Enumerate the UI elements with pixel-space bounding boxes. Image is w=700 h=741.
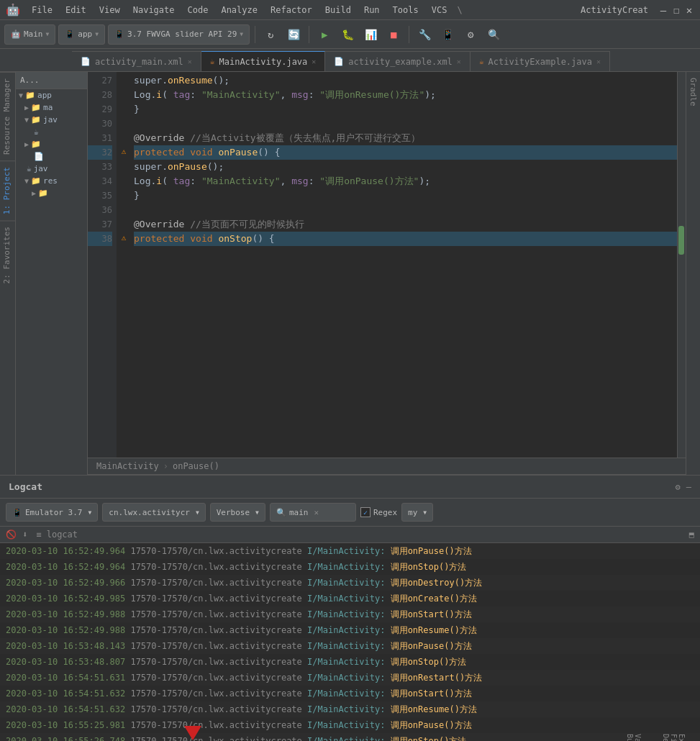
menu-code[interactable]: Code — [182, 4, 214, 17]
resource-manager-tab[interactable]: Resource Manager — [0, 72, 15, 160]
menu-analyze[interactable]: Analyze — [215, 4, 263, 17]
avd-button[interactable]: 📱 — [437, 24, 458, 45]
log-msg: 调用onRestart()方法 — [391, 673, 482, 683]
logcat-capture-icon[interactable]: ⬒ — [689, 529, 694, 540]
tab-label: activity_main.xml — [95, 57, 183, 67]
device-icon: 📱 — [114, 29, 124, 39]
sdk-button[interactable]: 🔧 — [414, 24, 435, 45]
scroll-to-end-icon[interactable]: ⬇ — [22, 529, 27, 540]
window-title: ActivityCreat — [581, 5, 648, 15]
settings-button[interactable]: ⚙ — [460, 24, 481, 45]
app-dropdown-arrow: ▼ — [95, 31, 99, 37]
main-button[interactable]: 🤖 Main ▼ — [4, 24, 55, 45]
tab-activity-main-xml[interactable]: 📄 activity_main.xml ✕ — [72, 51, 201, 71]
log-pid: 17570-17570/cn.lwx.activitycreate — [130, 625, 307, 635]
menu-edit[interactable]: Edit — [60, 4, 92, 17]
debug-button[interactable]: 🐛 — [337, 24, 358, 45]
log-tag: I/MainActivity: — [307, 562, 391, 572]
log-timestamp: 2020-03-10 16:54:51.632 — [6, 704, 125, 714]
logcat-settings-icon[interactable]: ⚙ — [676, 482, 681, 492]
menu-view[interactable]: View — [94, 4, 126, 17]
code-line-30 — [134, 117, 677, 131]
project-tab[interactable]: 1: Project — [0, 160, 15, 220]
tree-item-app[interactable]: ▼ 📁 app — [16, 89, 87, 101]
tab-activity-example-xml[interactable]: 📄 activity_example.xml ✕ — [325, 51, 471, 71]
rebuild-button[interactable]: 🔄 — [283, 24, 304, 45]
tab-close-icon[interactable]: ✕ — [596, 58, 601, 65]
menu-tools[interactable]: Tools — [387, 4, 424, 17]
profile-button[interactable]: 📊 — [360, 24, 381, 45]
breadcrumb-method: onPause() — [173, 461, 219, 471]
tree-item-file2[interactable]: 📄 — [16, 150, 87, 163]
log-pid: 17570-17570/cn.lwx.activitycreate — [130, 720, 307, 730]
code-line-38: protected void onStop() { — [134, 232, 677, 246]
log-tag: I/MainActivity: — [307, 594, 391, 604]
menu-refactor[interactable]: Refactor — [265, 4, 318, 17]
filter-dropdown-arrow: ▼ — [423, 509, 427, 516]
search-button[interactable]: 🔍 — [483, 24, 504, 45]
stop-button[interactable]: ■ — [383, 24, 404, 45]
package-dropdown[interactable]: cn.lwx.activitycr ▼ — [102, 503, 205, 522]
gradle-label[interactable]: Gradle — [688, 78, 698, 106]
code-lines[interactable]: super.onResume(); Log.i( tag: "MainActiv… — [131, 72, 677, 458]
main-dropdown-arrow: ▼ — [46, 31, 50, 37]
code-line-31: @Override //当Activity被覆盖（失去焦点,用户不可进行交互） — [134, 131, 677, 145]
logcat-panel: Logcat ⚙ — 📱 Emulator 3.7 ▼ cn.lwx.activ… — [0, 475, 700, 741]
file-icon: ☕ — [27, 164, 32, 173]
log-entry-4: 2020-03-10 16:52:49.985 17570-17570/cn.l… — [0, 591, 700, 606]
menu-build[interactable]: Build — [319, 4, 357, 17]
maximize-btn[interactable]: ☐ — [671, 5, 681, 15]
code-line-35: } — [134, 188, 677, 203]
tab-close-icon[interactable]: ✕ — [312, 58, 316, 65]
logcat-content[interactable]: 2020-03-10 16:52:49.964 17570-17570/cn.l… — [0, 543, 700, 741]
breadcrumb-class: MainActivity — [96, 461, 159, 471]
log-pid: 17570-17570/cn.lwx.activitycreate — [130, 673, 307, 683]
search-value: main — [289, 508, 309, 517]
menu-run[interactable]: Run — [358, 4, 386, 17]
filter-dropdown[interactable]: my ▼ — [401, 503, 433, 522]
tab-label: MainActivity.java — [219, 57, 307, 67]
code-editor[interactable]: 27 28 29 30 31 32 33 34 35 36 37 38 ⚠ — [88, 72, 686, 475]
logcat-toolbar: 🚫 ⬇ ≡ logcat ⬒ — [0, 527, 700, 543]
log-msg: 调用onDestroy()方法 — [391, 578, 482, 588]
tree-item-ma[interactable]: ▶ 📁 ma — [16, 101, 87, 114]
log-msg: 调用onResume()方法 — [391, 625, 477, 635]
device-button[interactable]: 📱 3.7 FWVGA slider API 29 ▼ — [108, 24, 250, 45]
tree-item-file1[interactable]: ☕ — [16, 126, 87, 138]
menu-separator: \ — [454, 5, 465, 15]
tree-item-folder2[interactable]: ▶ 📁 — [16, 138, 87, 150]
search-clear-icon[interactable]: ✕ — [314, 508, 319, 517]
emulator-dropdown[interactable]: 📱 Emulator 3.7 ▼ — [6, 503, 98, 522]
menu-vcs[interactable]: VCS — [426, 4, 453, 17]
menu-file[interactable]: File — [26, 4, 58, 17]
menu-navigate[interactable]: Navigate — [127, 4, 181, 17]
close-btn[interactable]: ✕ — [684, 5, 694, 15]
tree-item-java[interactable]: ▼ 📁 jav — [16, 114, 87, 126]
package-label: cn.lwx.activitycr — [109, 508, 190, 517]
tab-close-icon[interactable]: ✕ — [188, 58, 192, 65]
clear-logcat-icon[interactable]: 🚫 — [6, 529, 17, 540]
tree-item-resfile[interactable]: ▶ 📁 — [16, 187, 87, 199]
log-tag: I/MainActivity: — [307, 641, 391, 651]
editor-scrollbar[interactable] — [677, 72, 686, 458]
log-pid: 17570-17570/cn.lwx.activitycreate — [130, 562, 307, 572]
minimize-btn[interactable]: — — [658, 5, 668, 15]
run-button[interactable]: ▶ — [314, 24, 335, 45]
tab-close-icon[interactable]: ✕ — [457, 58, 461, 65]
log-msg: 调用onCreate()方法 — [391, 594, 477, 604]
logcat-minimize-icon[interactable]: — — [686, 482, 691, 492]
checkbox-checked-icon: ✓ — [360, 507, 371, 517]
tab-activityexample-java[interactable]: ☕ ActivityExample.java ✕ — [471, 51, 610, 71]
regex-checkbox[interactable]: ✓ Regex — [360, 507, 397, 517]
logcat-text-icon: ≡ logcat — [36, 529, 78, 540]
search-box[interactable]: 🔍 main ✕ — [270, 503, 356, 522]
package-dropdown-arrow: ▼ — [196, 509, 199, 516]
level-dropdown[interactable]: Verbose ▼ — [210, 503, 265, 522]
folder-icon: 📁 — [31, 176, 41, 186]
favorites-tab[interactable]: 2: Favorites — [0, 220, 15, 289]
tree-item-res[interactable]: ▼ 📁 res — [16, 175, 87, 187]
tab-mainactivity-java[interactable]: ☕ MainActivity.java ✕ — [201, 51, 325, 71]
sync-button[interactable]: ↻ — [260, 24, 281, 45]
app-button[interactable]: 📱 app ▼ — [58, 24, 105, 45]
tree-item-jav2[interactable]: ☕ jav — [16, 163, 87, 175]
